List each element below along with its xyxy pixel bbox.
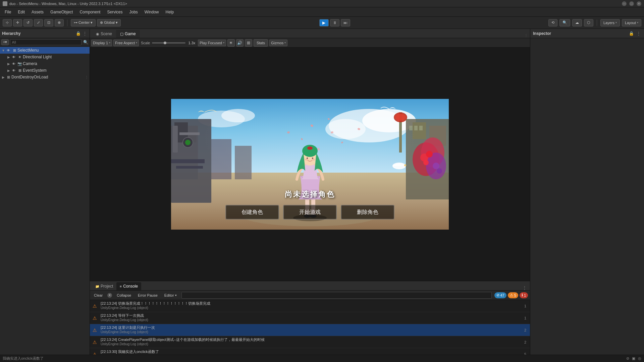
gizmos-select[interactable]: Gizmos ▾ <box>269 40 287 46</box>
search-button[interactable]: 🔍 <box>559 19 570 26</box>
move-tool-button[interactable]: ✛ <box>13 19 22 26</box>
hierarchy-item-select-menu[interactable]: ▼ 👁 ⊞ SelectMenu ⋮ <box>0 47 90 54</box>
hierarchy-search-input[interactable] <box>10 39 82 45</box>
hierarchy-search-icon[interactable]: 🔍 <box>83 40 88 45</box>
grid-button[interactable]: ⊞ <box>245 39 252 47</box>
item-menu-icon[interactable]: ⋮ <box>85 75 88 79</box>
scale-tool-button[interactable]: ⤢ <box>34 19 43 26</box>
scale-slider[interactable] <box>152 42 185 44</box>
scene-icon: ◉ <box>96 32 99 36</box>
log-entry[interactable]: ⚠ [22:13:24] CreatePlayerPanel获取object测试… <box>90 336 530 348</box>
aspect-select[interactable]: Free Aspect ▾ <box>113 40 139 46</box>
tab-scene[interactable]: ◉ Scene <box>92 30 116 38</box>
log-entry[interactable]: ⚠ [22:13:30] 我确实进入onclick函数了 UnityEngine… <box>90 348 530 355</box>
menu-services[interactable]: Services <box>104 9 126 15</box>
gizmos-arrow-icon: ▾ <box>284 41 286 44</box>
delete-character-button[interactable]: 删除角色 <box>341 205 394 220</box>
console-tabs: 📁 Project ≡ Console ⋮ <box>90 281 530 291</box>
log-text: [22:13:24] CreatePlayerPanel获取object测试--… <box>99 336 521 348</box>
menu-help[interactable]: Help <box>162 9 177 15</box>
hierarchy-more-icon[interactable]: ⋮ <box>82 31 88 36</box>
game-canvas-container: 尚未选择角色 创建角色 开始游戏 删除角色 <box>171 99 449 230</box>
toolbar-sep-1 <box>67 19 67 26</box>
history-button[interactable]: ⟲ <box>548 19 557 26</box>
step-button[interactable]: ⏭ <box>341 19 350 26</box>
toolbar-right-group: ⟲ 🔍 ☁ ⬡ Layers ▾ Layout ▾ <box>548 19 641 26</box>
stats-button[interactable]: Stats <box>254 39 268 47</box>
status-icons: ⊘ ▣ ◎ <box>626 356 641 361</box>
rotate-tool-button[interactable]: ↺ <box>23 19 33 26</box>
collab-button[interactable]: ⬡ <box>584 19 593 26</box>
tab-project[interactable]: 📁 Project <box>92 282 116 290</box>
start-game-button[interactable]: 开始游戏 <box>283 205 337 220</box>
log-entry[interactable]: ⚠ [22:13:24] 等待下一次挑战 UnityEngine.Debug:L… <box>90 312 530 324</box>
hierarchy-lock-icon[interactable]: 🔒 <box>75 31 81 36</box>
minimize-button[interactable]: — <box>622 1 627 6</box>
error-pause-button[interactable]: Error Pause <box>136 292 160 299</box>
log-entry[interactable]: ⚠ [22:13:24] 切换场景完成！！！！！！！！！！！！！切换场景完成 U… <box>90 300 530 312</box>
inspector-more-icon[interactable]: ⋮ <box>636 31 641 36</box>
tab-game[interactable]: ▢ Game <box>116 30 140 38</box>
global-button[interactable]: ⊕ Global ▾ <box>97 19 121 26</box>
hierarchy-item-camera[interactable]: ▶ 👁 📷 Camera <box>0 60 90 67</box>
mute-button[interactable]: ☀ <box>227 39 235 47</box>
transform-tool-button[interactable]: ⊕ <box>55 19 64 26</box>
menu-component[interactable]: Component <box>76 9 104 15</box>
viewport-more-icon[interactable]: ⋮ <box>524 34 528 38</box>
hierarchy-item-eventsystem[interactable]: ▶ 👁 ⊞ EventSystem <box>0 67 90 74</box>
error-badge-icon: ℹ <box>522 293 523 297</box>
play-focused-select[interactable]: Play Focused ▾ <box>198 40 226 46</box>
badge-info[interactable]: ⊘ 47 <box>494 292 506 298</box>
log-warn-icon: ⚠ <box>90 348 99 355</box>
layers-dropdown[interactable]: Layers ▾ <box>600 19 620 26</box>
item-menu-icon[interactable]: ⋮ <box>85 49 88 52</box>
aspect-label: Free Aspect <box>115 41 135 45</box>
hierarchy-item-dont-destroy[interactable]: ▶ ⊞ DontDestroyOnLoad ⋮ <box>0 74 90 80</box>
main-area: Hierarchy 🔒 ⋮ +▾ 🔍 ▼ 👁 ⊞ SelectMenu ⋮ ▶ <box>0 29 644 355</box>
create-character-button[interactable]: 创建角色 <box>225 205 279 220</box>
console-content: ⚠ [22:13:24] 切换场景完成！！！！！！！！！！！！！切换场景完成 U… <box>90 300 530 355</box>
menu-file[interactable]: File <box>1 9 14 15</box>
log-entry[interactable]: ⚠ [22:13:24] 这里计划是只执行一次 UnityEngine.Debu… <box>90 324 530 336</box>
hierarchy-header-icons: 🔒 ⋮ <box>75 31 88 36</box>
display-select[interactable]: Display 1 ▾ <box>91 40 112 46</box>
pivot-button[interactable]: ⊶ Center ▾ <box>71 19 96 26</box>
console-icon: ≡ <box>120 285 122 288</box>
eye-icon: 👁 <box>11 61 16 66</box>
editor-dropdown[interactable]: Editor ▾ <box>162 292 179 299</box>
inspector-lock-icon[interactable]: 🔒 <box>629 31 634 36</box>
menu-edit[interactable]: Edit <box>14 9 28 15</box>
menu-gameobject[interactable]: GameObject <box>47 9 76 15</box>
menu-jobs[interactable]: Jobs <box>126 9 141 15</box>
collapse-button[interactable]: Collapse <box>115 292 133 299</box>
hierarchy-item-directional-light[interactable]: ▶ 👁 ☀ Directional Light <box>0 54 90 60</box>
layout-dropdown[interactable]: Layout ▾ <box>622 19 641 26</box>
menu-assets[interactable]: Assets <box>28 9 47 15</box>
window-controls: — □ ✕ <box>622 1 641 6</box>
audio-button[interactable]: 🔊 <box>236 39 244 47</box>
badge-warning[interactable]: ⚠ 5 <box>508 292 518 298</box>
log-main-text: [22:13:30] 我确实进入onclick函数了 <box>101 349 519 354</box>
clear-dropdown-icon[interactable]: ▾ <box>107 293 112 298</box>
rect-tool-button[interactable]: ⊡ <box>44 19 53 26</box>
inspector-header-icons: 🔒 ⋮ <box>629 31 641 36</box>
game-ui-overlay: 尚未选择角色 创建角色 开始游戏 删除角色 <box>171 99 449 230</box>
menu-window[interactable]: Window <box>141 9 162 15</box>
select-tool-button[interactable]: ⊹ <box>3 19 12 26</box>
toolbar-sep-2 <box>597 19 597 26</box>
tab-console[interactable]: ≡ Console <box>116 282 141 290</box>
game-status-text: 尚未选择角色 <box>285 189 335 199</box>
log-warn-icon: ⚠ <box>90 336 99 348</box>
maximize-button[interactable]: □ <box>629 1 634 6</box>
log-main-text: [22:13:24] 切换场景完成！！！！！！！！！！！！！切换场景完成 <box>101 301 519 306</box>
console-more-icon[interactable]: ⋮ <box>521 286 528 290</box>
pause-button[interactable]: ⏸ <box>330 19 339 26</box>
console-search-input[interactable] <box>181 292 492 299</box>
hierarchy-item-label: SelectMenu <box>17 48 39 53</box>
badge-error[interactable]: ℹ 1 <box>520 292 528 298</box>
cloud-button[interactable]: ☁ <box>572 19 582 26</box>
play-button[interactable]: ▶ <box>319 19 329 26</box>
hierarchy-add-button[interactable]: +▾ <box>1 39 9 45</box>
clear-button[interactable]: Clear <box>92 292 105 299</box>
close-button[interactable]: ✕ <box>637 1 641 6</box>
